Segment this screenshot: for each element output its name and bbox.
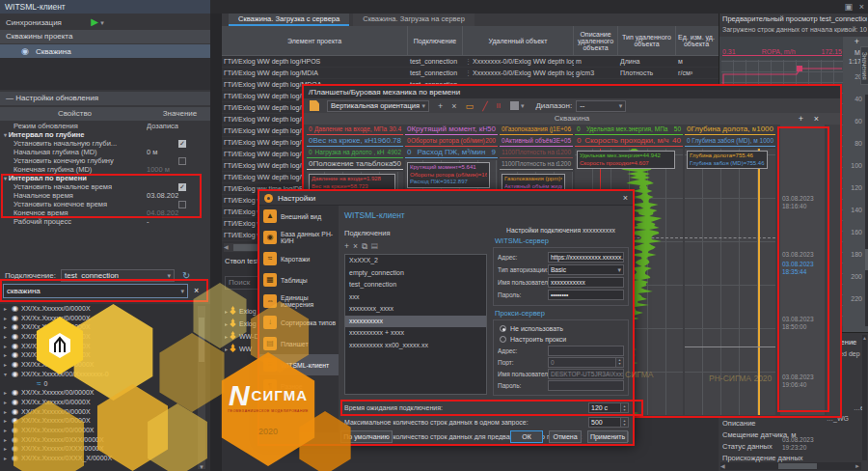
settings-sidebar-item[interactable]: ↓ Сортировка типов bbox=[259, 312, 339, 333]
connection-item[interactable]: xxxxxxxxxx + xxxx bbox=[345, 327, 486, 340]
track-plot[interactable]: Глубина долота=755.46Глубина забоя (MD)=… bbox=[685, 149, 775, 415]
preview-curve-header[interactable]: 0.31 ROPA, m/h 172.15 bbox=[722, 48, 842, 56]
props-vscrollbar[interactable]: ▲ bbox=[862, 335, 867, 460]
curve-header[interactable]: 0 Глубина долота, м 1000 bbox=[685, 125, 775, 135]
add-curve-icon[interactable]: + bbox=[854, 37, 859, 46]
proxy-off-label[interactable]: Не использовать bbox=[510, 325, 563, 332]
address-field[interactable]: https://xxxxxxxxxx.xxxxxx.x bbox=[548, 252, 624, 263]
curve-header[interactable]: 1100 Плотность на входе, кг/м³ 1200 bbox=[500, 148, 573, 158]
curve-header[interactable]: 0 Обороты ротора (об/мин) 200 bbox=[405, 136, 498, 147]
ok-button[interactable]: ОК bbox=[510, 430, 543, 443]
proxy-on-radio[interactable] bbox=[500, 336, 506, 343]
props-hscrollbar[interactable]: ◀► bbox=[720, 462, 861, 470]
values-tab[interactable]: Значения bbox=[860, 46, 868, 85]
table-row[interactable]: ГТИ/Exlog WW depth log/MDIA test_connect… bbox=[222, 68, 719, 79]
expander-icon[interactable]: ▾ bbox=[4, 371, 12, 379]
tree-item[interactable]: ▸◉XX/Xx.Xxxxxx/00/0000X bbox=[0, 388, 210, 398]
curve-header[interactable]: 0 Крутящий момент, кН·м 50 bbox=[405, 125, 498, 135]
user-field[interactable]: xxxxxxxxxxx bbox=[548, 277, 624, 288]
tree-item[interactable]: ▸◉XX/Xx.Xxxxxx/0/0000X bbox=[0, 314, 210, 323]
delete-connection-icon[interactable]: × bbox=[353, 241, 362, 251]
line-tool-icon[interactable]: ╱ bbox=[482, 101, 487, 111]
maxrows-field[interactable]: 500 bbox=[588, 417, 621, 428]
restore-icon[interactable]: ▣ bbox=[844, 1, 853, 13]
curve-header[interactable]: 0 Расход ПЖ, м³/мин 9 bbox=[405, 148, 498, 158]
curve-header[interactable]: 0 Вес на крюке, кН 1960.78 bbox=[307, 136, 403, 147]
connection-item[interactable]: XxXXX_2 bbox=[345, 255, 486, 267]
expander-icon[interactable]: ▸ bbox=[4, 333, 12, 342]
tree-item[interactable]: ▾◉XX/Xx.Xxxxxx/00/Xxxxxxxx-0 bbox=[0, 370, 210, 379]
orientation-combo[interactable]: Вертикальная ориентация ▾ bbox=[327, 100, 429, 112]
col-desc[interactable]: Описание удаленного объекта bbox=[574, 26, 618, 55]
expander-icon[interactable]: ▸ bbox=[225, 334, 228, 340]
scroll-right-icon[interactable]: ► bbox=[854, 462, 860, 470]
tree-item[interactable]: ▸◉XX/Xx.Xxxxxx/0/0000X bbox=[0, 398, 210, 407]
curve-header[interactable]: 0 Положение тальблока, м 50 bbox=[307, 159, 403, 170]
tree-item[interactable]: ▸◉XX/Xx.Xxxxxx/0XXX_X/0000X bbox=[0, 454, 210, 463]
update-settings-header[interactable]: — Настройки обновления bbox=[0, 92, 210, 105]
tree-item[interactable]: ▸◉XX/Xx.Xxxxxx/0XXX/0000X bbox=[0, 444, 210, 454]
settings-sidebar-item[interactable]: ≈ Каротажи bbox=[259, 248, 339, 269]
curve-header[interactable]: 0 Давление на входе, МПа 30.4 bbox=[307, 125, 403, 135]
document-icon[interactable] bbox=[310, 100, 319, 111]
curve-header[interactable]: 0 Удельная мех.энергия, МПа 50 bbox=[575, 125, 683, 135]
expander-icon[interactable]: ▸ bbox=[4, 389, 12, 398]
paste-icon[interactable]: ▤ bbox=[371, 241, 381, 251]
property-row[interactable]: Рабочий процесс - bbox=[0, 217, 210, 226]
chevron-down-icon[interactable]: ▾ bbox=[521, 102, 525, 110]
tree-item[interactable]: ▸◉XX/Xx.Xxxxxx/0/0000X bbox=[0, 322, 210, 332]
proxy-on-label[interactable]: Настроить прокси bbox=[510, 336, 566, 343]
tree-item[interactable]: ▸◉XX/Xx.Xxxxxx/0/0000X bbox=[0, 342, 210, 351]
col-type[interactable]: Тип удаленного объекта bbox=[618, 26, 676, 55]
property-row[interactable]: Описание bbox=[722, 418, 848, 429]
save-icon[interactable] bbox=[510, 101, 519, 110]
expander-icon[interactable]: ▸ bbox=[4, 455, 12, 463]
pause-icon[interactable]: ΙΙ bbox=[496, 101, 500, 110]
proxy-port-field[interactable]: 0 bbox=[548, 357, 616, 368]
proxy-user-field[interactable]: DESKTOP-UT5JR3A\Xxxx_xxx bbox=[548, 369, 624, 379]
chevron-down-icon[interactable]: ▾ bbox=[100, 19, 104, 26]
col-element[interactable]: Элемент проекта bbox=[222, 26, 408, 55]
close-icon[interactable]: × bbox=[623, 191, 628, 206]
well-item[interactable]: ◉ Скважина bbox=[0, 44, 210, 58]
expander-icon[interactable]: ▸ bbox=[4, 305, 12, 314]
connection-item[interactable]: xxxxxxxxxx xx00_xxxxx.xx bbox=[345, 340, 486, 352]
expander-icon[interactable]: ▸ bbox=[4, 427, 12, 435]
expander-icon[interactable]: ▸ bbox=[4, 399, 12, 407]
port-spinner[interactable] bbox=[616, 357, 624, 368]
settings-sidebar-item[interactable]: ≡ WITSML-клиент bbox=[259, 354, 339, 375]
proxy-password-field[interactable] bbox=[548, 380, 624, 391]
property-row[interactable]: Режим обновления Дозаписать bbox=[0, 122, 210, 130]
add-icon[interactable]: + bbox=[438, 101, 443, 111]
expander-icon[interactable]: ▸ bbox=[225, 309, 228, 315]
play-icon[interactable]: ▶ bbox=[91, 16, 98, 27]
settings-sidebar-item[interactable]: ▲ Внешний вид bbox=[259, 206, 339, 227]
settings-sidebar-item[interactable]: ⇔ Единицы измерения bbox=[259, 291, 339, 312]
range-combo[interactable]: -- ▾ bbox=[576, 100, 626, 112]
tree-item[interactable]: ▸◉XX/Xx.Xxxxxx/0/0000X bbox=[0, 350, 210, 360]
property-row[interactable]: Установить конечную глубину bbox=[0, 156, 210, 165]
document-tab[interactable]: Скважина. Загрузка на сервер bbox=[353, 14, 475, 26]
curve-header[interactable]: 0 Глубина забоя (MD), м 1000 bbox=[685, 136, 775, 147]
tree-item[interactable]: ≈0 bbox=[0, 379, 210, 389]
property-row[interactable]: Интервал по глубине bbox=[0, 130, 210, 139]
scroll-left-icon[interactable]: ◀ bbox=[224, 244, 229, 250]
default-button[interactable]: По умолчанию bbox=[340, 430, 393, 443]
add-track-icon[interactable]: + bbox=[799, 113, 803, 125]
drag-grip-icon[interactable]: ⋮⋮ bbox=[463, 68, 471, 78]
apply-button[interactable]: Применить bbox=[587, 430, 628, 443]
collapse-icon[interactable]: — bbox=[6, 94, 14, 102]
settings-sidebar-item[interactable]: ¶ Разное bbox=[259, 375, 339, 397]
expander-icon[interactable]: ▸ bbox=[4, 315, 12, 323]
drag-grip-icon[interactable]: ⋮⋮ bbox=[463, 56, 471, 67]
maxrows-spinner[interactable] bbox=[621, 417, 629, 428]
tree-item[interactable]: ▸◉XX/Xx.Xxxxxx/0/0000X bbox=[0, 304, 210, 314]
panel-splitter[interactable] bbox=[210, 14, 222, 471]
settings-sidebar-item[interactable]: ▤ Планшет bbox=[259, 333, 339, 354]
scroll-down-icon[interactable]: ▼ bbox=[199, 464, 204, 470]
tablet-title[interactable]: /Планшеты/Буровая механика по времени bbox=[304, 86, 840, 98]
expander-icon[interactable]: ▸ bbox=[225, 321, 228, 327]
expander-icon[interactable]: ▸ bbox=[4, 436, 12, 445]
curve-header[interactable]: 0 Скорость проходки, м/ч 40 bbox=[575, 136, 683, 147]
expander-icon[interactable]: ▸ bbox=[225, 346, 228, 352]
